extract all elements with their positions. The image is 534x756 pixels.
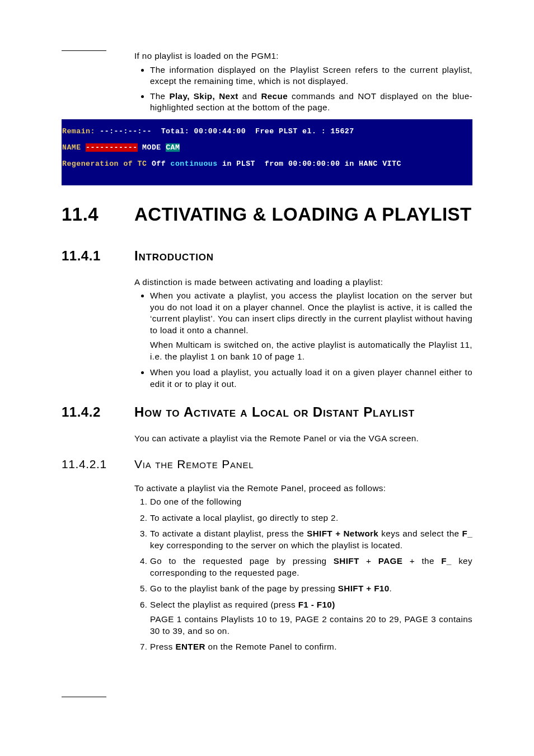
list-item: Go to the playlist bank of the page by p…	[150, 583, 472, 595]
bold-text: ENTER	[175, 642, 205, 651]
text: Select the playlist as required (press	[150, 600, 298, 609]
text: The	[150, 91, 169, 101]
bold-text: F_	[441, 556, 452, 566]
rule-top	[62, 50, 106, 51]
text: key corresponding to the server on which…	[150, 540, 402, 550]
value-regen-cont: continuous	[166, 160, 218, 168]
list-item: To activate a local playlist, go directl…	[150, 512, 472, 524]
heading-11-4-1: 11.4.1 Introduction	[62, 247, 472, 265]
heading-title: How to Activate a Local or Distant Playl…	[134, 403, 415, 421]
heading-title: Via the Remote Panel	[134, 456, 254, 472]
list-item: Do one of the following	[150, 496, 472, 508]
intro-bullet-list: The information displayed on the Playlis…	[134, 64, 472, 114]
paragraph: To activate a playlist via the Remote Pa…	[134, 483, 472, 494]
paragraph: A distinction is made between activating…	[134, 277, 472, 288]
paragraph: You can activate a playlist via the Remo…	[134, 433, 472, 445]
list-item: When you activate a playlist, you access…	[150, 290, 472, 362]
value-regen-rest: in PLST from 00:00:00:00 in HANC VITC	[218, 160, 401, 168]
heading-title: ACTIVATING & LOADING A PLAYLIST	[134, 202, 472, 227]
heading-number: 11.4	[62, 202, 134, 227]
value-total-free: Total: 00:00:44:00 Free PLST el. : 15627	[152, 127, 354, 136]
label-mode: MODE	[138, 143, 166, 152]
text: Go to the playlist bank of the page by p…	[150, 584, 338, 593]
heading-11-4-2-1: 11.4.2.1 Via the Remote Panel	[62, 456, 472, 472]
list-item: The Play, Skip, Next and Recue commands …	[150, 91, 472, 114]
bold-text: F1 - F10)	[298, 600, 335, 609]
list-item: To activate a distant playlist, press th…	[150, 528, 472, 551]
text: and	[238, 91, 261, 101]
playlist-status-strip: Remain: --:--:--:-- Total: 00:00:44:00 F…	[62, 119, 472, 185]
bold-text: F_	[462, 529, 472, 538]
bold-text: Play, Skip, Next	[169, 91, 238, 101]
value-remain: --:--:--:--	[100, 127, 152, 136]
heading-11-4: 11.4 ACTIVATING & LOADING A PLAYLIST	[62, 202, 472, 227]
value-name: -----------	[86, 143, 138, 152]
text: Go to the requested page by pressing	[150, 556, 334, 566]
bold-text: PAGE	[378, 556, 403, 566]
text: .	[390, 584, 392, 593]
activation-bullet-list: When you activate a playlist, you access…	[134, 290, 472, 390]
value-regen-off: Off	[152, 160, 166, 168]
list-item: Go to the requested page by pressing SHI…	[150, 556, 472, 578]
text: To activate a distant playlist, press th…	[150, 529, 307, 538]
paragraph: PAGE 1 contains Playlists 10 to 19, PAGE…	[150, 614, 472, 637]
list-item: The information displayed on the Playlis…	[150, 64, 472, 87]
heading-title: Introduction	[134, 247, 214, 265]
list-item: Press ENTER on the Remote Panel to confi…	[150, 641, 472, 653]
heading-number: 11.4.2	[62, 403, 134, 421]
steps-list: Do one of the following To activate a lo…	[134, 496, 472, 653]
bold-text: SHIFT + Network	[307, 529, 378, 538]
bold-text: SHIFT + F10	[338, 584, 390, 593]
text: The information displayed on the Playlis…	[150, 65, 472, 86]
heading-number: 11.4.2.1	[62, 456, 134, 472]
heading-number: 11.4.1	[62, 247, 134, 265]
list-item: Select the playlist as required (press F…	[150, 599, 472, 637]
intro-line: If no playlist is loaded on the PGM1:	[134, 50, 472, 62]
rule-bottom	[62, 697, 106, 697]
text: +	[359, 556, 378, 566]
list-item: When you load a playlist, you actually l…	[150, 367, 472, 390]
bold-text: SHIFT	[334, 556, 359, 566]
paragraph: When Multicam is switched on, the active…	[150, 339, 472, 362]
text: on the Remote Panel to confirm.	[205, 642, 337, 651]
bold-text: Recue	[261, 91, 288, 101]
text: keys and select the	[378, 529, 462, 538]
text: + the	[402, 556, 441, 566]
value-mode: CAM	[166, 143, 180, 152]
heading-11-4-2: 11.4.2 How to Activate a Local or Distan…	[62, 403, 472, 421]
text: When you activate a playlist, you access…	[150, 291, 472, 335]
label-name: NAME	[62, 143, 86, 152]
label-regen: Regeneration of TC	[62, 160, 152, 168]
label-remain: Remain:	[62, 127, 100, 136]
text: Press	[150, 642, 175, 651]
